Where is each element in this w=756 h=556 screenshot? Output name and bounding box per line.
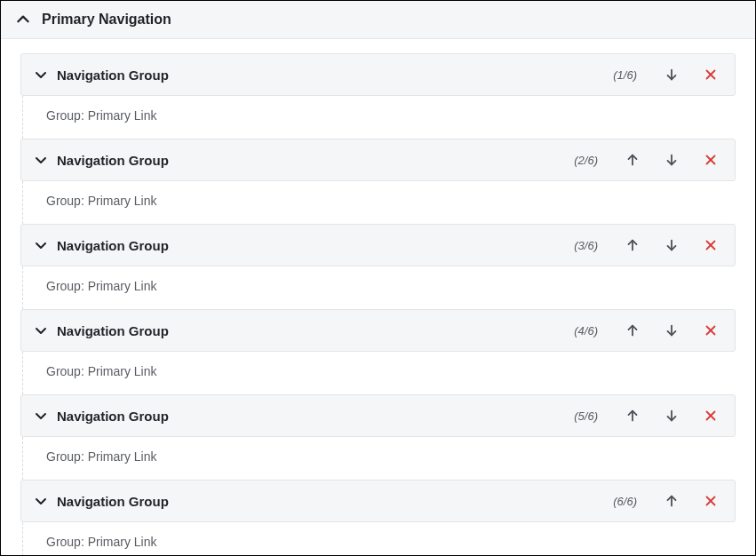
delete-button[interactable] (699, 404, 722, 427)
group-label: Navigation Group (57, 238, 169, 253)
group-label: Navigation Group (57, 323, 169, 338)
move-up-button[interactable] (621, 319, 644, 342)
panel-title: Primary Navigation (42, 12, 171, 28)
delete-button[interactable] (699, 63, 722, 86)
delete-button[interactable] (699, 489, 722, 512)
move-down-button[interactable] (660, 404, 683, 427)
group-label: Navigation Group (57, 494, 169, 509)
chevron-down-icon (34, 153, 48, 167)
chevron-down-icon (34, 409, 48, 423)
group-body: Group: Primary Link (22, 437, 736, 480)
group-header[interactable]: Navigation Group(1/6) (20, 53, 736, 96)
navigation-group: Navigation Group(6/6)Group: Primary Link (20, 480, 736, 556)
navigation-group: Navigation Group(3/6)Group: Primary Link (20, 224, 736, 309)
group-header[interactable]: Navigation Group(2/6) (20, 139, 736, 181)
group-body: Group: Primary Link (22, 96, 736, 139)
delete-button[interactable] (699, 148, 722, 171)
group-link-label: Group: Primary Link (46, 279, 736, 293)
chevron-down-icon (34, 238, 48, 252)
group-counter: (1/6) (613, 68, 637, 82)
group-body: Group: Primary Link (22, 181, 736, 224)
group-counter: (3/6) (574, 239, 598, 252)
group-body: Group: Primary Link (22, 352, 736, 394)
move-down-button[interactable] (660, 234, 683, 257)
group-header[interactable]: Navigation Group(3/6) (20, 224, 736, 266)
chevron-down-icon (34, 68, 48, 82)
move-up-button[interactable] (621, 404, 644, 427)
navigation-group: Navigation Group(4/6)Group: Primary Link (20, 309, 736, 394)
navigation-group: Navigation Group(1/6)Group: Primary Link (20, 53, 736, 139)
group-header[interactable]: Navigation Group(6/6) (20, 480, 736, 522)
delete-button[interactable] (699, 234, 722, 257)
move-up-button[interactable] (621, 148, 644, 171)
groups-container: Navigation Group(1/6)Group: Primary Link… (1, 39, 755, 556)
group-counter: (2/6) (574, 154, 598, 167)
navigation-group: Navigation Group(5/6)Group: Primary Link (20, 394, 736, 480)
group-link-label: Group: Primary Link (46, 364, 736, 378)
group-counter: (5/6) (574, 409, 598, 423)
move-down-button[interactable] (660, 63, 683, 86)
move-down-button[interactable] (660, 319, 683, 342)
group-link-label: Group: Primary Link (46, 108, 736, 123)
group-link-label: Group: Primary Link (46, 535, 736, 549)
group-label: Navigation Group (57, 153, 169, 168)
move-up-button[interactable] (660, 489, 683, 512)
panel-header[interactable]: Primary Navigation (1, 1, 755, 39)
group-body: Group: Primary Link (22, 522, 736, 556)
group-body: Group: Primary Link (22, 266, 736, 309)
group-label: Navigation Group (57, 68, 169, 83)
group-link-label: Group: Primary Link (46, 449, 736, 464)
navigation-group: Navigation Group(2/6)Group: Primary Link (20, 139, 736, 224)
group-counter: (4/6) (574, 324, 598, 338)
chevron-down-icon (34, 323, 48, 338)
move-up-button[interactable] (621, 234, 644, 257)
move-down-button[interactable] (660, 148, 683, 171)
chevron-down-icon (34, 494, 48, 508)
chevron-up-icon (15, 12, 31, 28)
group-counter: (6/6) (613, 495, 637, 508)
group-header[interactable]: Navigation Group(5/6) (20, 394, 736, 437)
group-label: Navigation Group (57, 409, 169, 424)
group-link-label: Group: Primary Link (46, 194, 736, 208)
group-header[interactable]: Navigation Group(4/6) (20, 309, 736, 352)
delete-button[interactable] (699, 319, 722, 342)
